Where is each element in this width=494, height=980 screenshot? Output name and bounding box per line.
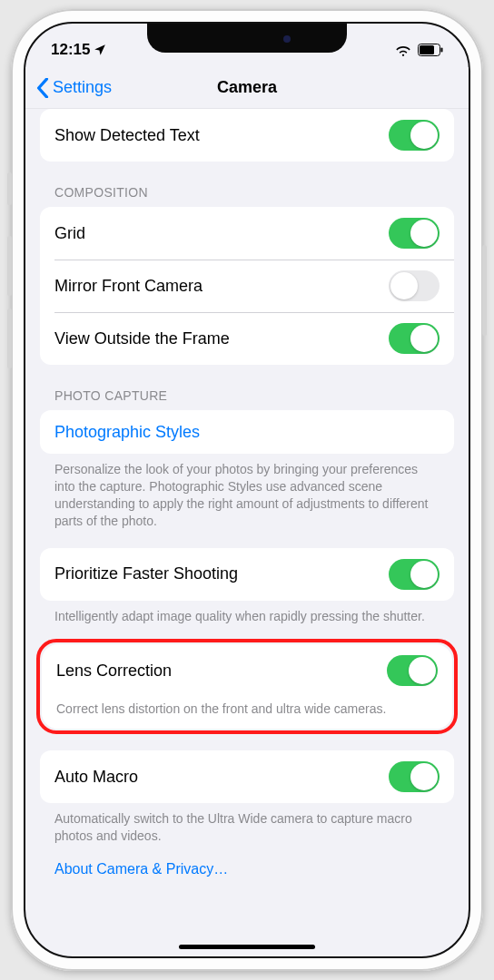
lens-footer: Correct lens distortion on the front and… bbox=[42, 697, 452, 729]
mirror-row[interactable]: Mirror Front Camera bbox=[40, 260, 454, 312]
photographic-styles-label: Photographic Styles bbox=[54, 423, 200, 442]
macro-footer: Automatically switch to the Ultra Wide c… bbox=[25, 803, 469, 845]
grid-row[interactable]: Grid bbox=[40, 207, 454, 260]
show-detected-text-label: Show Detected Text bbox=[54, 126, 200, 145]
screen: 12:15 Settings Camera Show Detected Text bbox=[24, 22, 470, 958]
show-detected-text-toggle[interactable] bbox=[389, 120, 440, 151]
show-detected-text-row[interactable]: Show Detected Text bbox=[40, 109, 454, 162]
mirror-toggle[interactable] bbox=[389, 270, 440, 301]
back-button[interactable]: Settings bbox=[36, 78, 112, 98]
view-outside-label: View Outside the Frame bbox=[54, 329, 230, 348]
back-label: Settings bbox=[53, 78, 112, 97]
photographic-styles-row[interactable]: Photographic Styles bbox=[40, 410, 454, 454]
lens-correction-highlight: Lens Correction Correct lens distortion … bbox=[36, 639, 458, 734]
lens-row[interactable]: Lens Correction bbox=[42, 644, 452, 697]
macro-toggle[interactable] bbox=[389, 761, 440, 792]
photographic-styles-footer: Personalize the look of your photos by b… bbox=[25, 454, 469, 530]
top-group: Show Detected Text bbox=[40, 109, 454, 162]
wifi-icon bbox=[394, 44, 412, 56]
macro-row[interactable]: Auto Macro bbox=[40, 750, 454, 803]
home-indicator[interactable] bbox=[179, 945, 315, 949]
battery-icon bbox=[418, 44, 443, 56]
status-time: 12:15 bbox=[51, 41, 90, 59]
svg-rect-2 bbox=[441, 48, 443, 53]
content: Show Detected Text COMPOSITION Grid Mirr… bbox=[25, 109, 469, 956]
composition-group: Grid Mirror Front Camera View Outside th… bbox=[40, 207, 454, 365]
view-outside-row[interactable]: View Outside the Frame bbox=[40, 312, 454, 365]
prioritize-footer: Intelligently adapt image quality when r… bbox=[25, 601, 469, 625]
composition-header: COMPOSITION bbox=[25, 162, 469, 207]
macro-group: Auto Macro bbox=[40, 750, 454, 803]
svg-rect-1 bbox=[420, 45, 434, 54]
mirror-label: Mirror Front Camera bbox=[54, 277, 203, 296]
prioritize-toggle[interactable] bbox=[389, 559, 440, 590]
grid-label: Grid bbox=[54, 224, 85, 243]
photographic-styles-group: Photographic Styles bbox=[40, 410, 454, 454]
nav-bar: Settings Camera bbox=[25, 67, 469, 109]
prioritize-label: Prioritize Faster Shooting bbox=[54, 564, 238, 583]
grid-toggle[interactable] bbox=[389, 218, 440, 249]
lens-toggle[interactable] bbox=[387, 655, 438, 686]
location-icon bbox=[94, 44, 106, 56]
privacy-link: About Camera & Privacy… bbox=[54, 861, 228, 877]
view-outside-toggle[interactable] bbox=[389, 323, 440, 354]
prioritize-row[interactable]: Prioritize Faster Shooting bbox=[40, 548, 454, 601]
privacy-link-row[interactable]: About Camera & Privacy… bbox=[25, 845, 469, 894]
prioritize-group: Prioritize Faster Shooting bbox=[40, 548, 454, 601]
nav-title: Camera bbox=[217, 78, 277, 97]
photo-capture-header: PHOTO CAPTURE bbox=[25, 365, 469, 410]
phone-frame: 12:15 Settings Camera Show Detected Text bbox=[11, 9, 483, 971]
lens-group: Lens Correction Correct lens distortion … bbox=[42, 644, 452, 729]
chevron-left-icon bbox=[36, 78, 49, 98]
macro-label: Auto Macro bbox=[54, 768, 138, 787]
notch bbox=[147, 24, 347, 53]
lens-label: Lens Correction bbox=[56, 662, 172, 681]
